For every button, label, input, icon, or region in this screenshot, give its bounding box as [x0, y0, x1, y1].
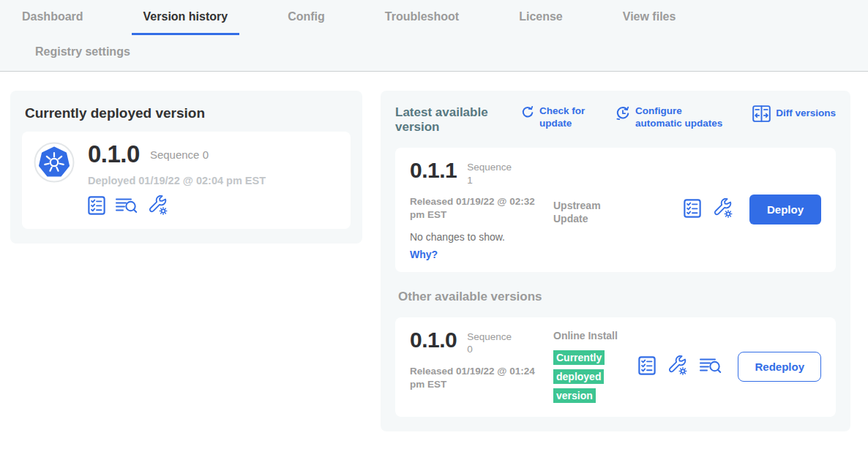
deploy-logs-icon[interactable] [700, 356, 722, 378]
latest-available-title: Latest available version [395, 105, 505, 135]
tab-troubleshoot[interactable]: Troubleshoot [373, 0, 471, 35]
deployed-version-row: 0.1.0 Sequence 0 Deployed 01/19/22 @ 02:… [22, 132, 351, 229]
tab-version-history[interactable]: Version history [132, 0, 240, 35]
why-link[interactable]: Why? [410, 249, 553, 260]
latest-version-actions: Deploy [684, 195, 821, 224]
redeploy-button[interactable]: Redeploy [738, 352, 821, 382]
no-changes-text: No changes to show. [410, 231, 553, 243]
latest-version-details: 0.1.1 Sequence 1 Released 01/19/22 @ 02:… [410, 159, 553, 260]
deployed-version-number: 0.1.0 [88, 142, 140, 166]
latest-version-source: Upstream Update [553, 199, 624, 260]
other-version-source: Online Install [553, 329, 624, 342]
deployed-sequence-label: Sequence 0 [150, 142, 209, 161]
deployed-version-details: 0.1.0 Sequence 0 Deployed 01/19/22 @ 02:… [88, 142, 266, 219]
kubernetes-logo-icon [34, 142, 75, 186]
auto-update-icon [616, 105, 630, 125]
tab-registry-settings[interactable]: Registry settings [23, 35, 142, 71]
nav-row-2: Registry settings [10, 35, 868, 71]
deployed-timestamp: Deployed 01/19/22 @ 02:04 pm EST [88, 175, 266, 186]
other-version-actions: Redeploy [638, 352, 821, 382]
available-card-header: Latest available version Check for updat… [395, 105, 836, 135]
other-sequence-label: Sequence 0 [467, 329, 520, 356]
other-version-row: 0.1.0 Sequence 0 Released 01/19/22 @ 01:… [395, 317, 836, 417]
preflight-checks-icon[interactable] [88, 196, 105, 218]
tab-view-files[interactable]: View files [611, 0, 688, 35]
nav-row-1: Dashboard Version history Config Trouble… [10, 0, 868, 35]
latest-sequence-label: Sequence 1 [467, 159, 520, 186]
latest-version-number: 0.1.1 [410, 159, 457, 181]
configure-automatic-updates-label: Configure automatic updates [635, 105, 726, 130]
top-navigation: Dashboard Version history Config Trouble… [0, 0, 868, 72]
deploy-button[interactable]: Deploy [749, 195, 821, 224]
preflight-checks-icon[interactable] [684, 199, 701, 221]
config-values-icon[interactable] [148, 195, 168, 219]
latest-released-timestamp: Released 01/19/22 @ 02:32 pm EST [410, 195, 537, 222]
admin-console-screen: Dashboard Version history Config Trouble… [0, 0, 868, 468]
diff-versions-label: Diff versions [776, 105, 836, 120]
diff-icon [752, 105, 771, 126]
tab-dashboard[interactable]: Dashboard [10, 0, 95, 35]
tab-license[interactable]: License [507, 0, 575, 35]
config-values-icon[interactable] [667, 355, 688, 379]
refresh-icon [521, 105, 534, 123]
tab-config[interactable]: Config [276, 0, 337, 35]
currently-deployed-title: Currently deployed version [25, 105, 348, 121]
available-versions-card: Latest available version Check for updat… [381, 91, 850, 431]
config-values-icon[interactable] [713, 198, 733, 222]
other-version-details: 0.1.0 Sequence 0 Released 01/19/22 @ 01:… [410, 329, 553, 405]
check-for-update-link[interactable]: Check for update [521, 105, 589, 135]
other-released-timestamp: Released 01/19/22 @ 01:24 pm EST [410, 365, 537, 391]
main-content: Currently deployed version [0, 72, 868, 431]
configure-automatic-updates-link[interactable]: Configure automatic updates [616, 105, 726, 135]
other-version-source-col: Online Install Currently deployed versio… [553, 329, 624, 405]
other-available-versions-title: Other available versions [398, 290, 836, 304]
check-for-update-label: Check for update [539, 105, 589, 130]
preflight-checks-icon[interactable] [638, 356, 656, 378]
currently-deployed-badge: Currently deployed version [553, 348, 610, 405]
currently-deployed-card: Currently deployed version [10, 91, 362, 244]
deploy-logs-icon[interactable] [116, 196, 138, 218]
diff-versions-link[interactable]: Diff versions [752, 105, 836, 135]
latest-version-row: 0.1.1 Sequence 1 Released 01/19/22 @ 02:… [395, 148, 836, 272]
other-version-number: 0.1.0 [410, 329, 457, 351]
